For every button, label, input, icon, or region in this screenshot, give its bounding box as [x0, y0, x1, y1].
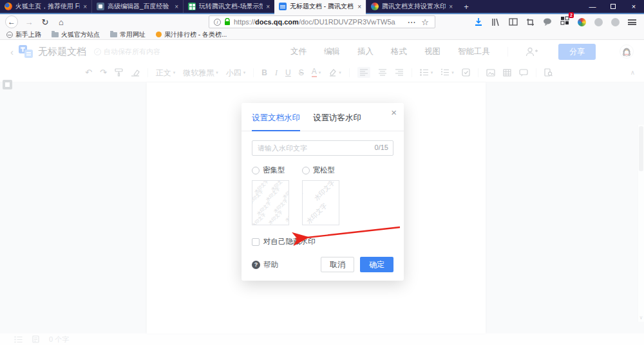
tab-visitor-watermark[interactable]: 设置访客水印: [313, 113, 361, 131]
radio-dense-label: 密集型: [263, 165, 285, 175]
screenshot-crop-icon[interactable]: [526, 18, 535, 26]
extension-icon: [560, 16, 569, 25]
url-text: https://docs.qq.com/doc/DU1RDUVZPR3VwTW5…: [234, 18, 403, 26]
site-info-icon[interactable]: i: [214, 19, 221, 26]
bookmark-firefox-official[interactable]: 火狐官方站点: [52, 30, 100, 39]
baidu-favicon-icon: [97, 3, 104, 10]
folder-icon: [52, 32, 59, 37]
tab-title: 高级编辑器_百度经验: [108, 2, 171, 11]
bookmark-common-sites[interactable]: 常用网址: [110, 30, 146, 39]
bookmark-label: 火狐官方站点: [61, 30, 100, 39]
minimize-button[interactable]: —: [582, 0, 603, 13]
radio-dense[interactable]: 密集型: [252, 165, 285, 175]
lock-icon: [224, 18, 231, 26]
browser-tab-docs-demo[interactable]: 玩转腾讯文档-场景示范 - 腾讯 ×: [183, 0, 274, 13]
close-tab-icon[interactable]: ×: [175, 3, 178, 10]
confirm-button[interactable]: 确定: [360, 257, 393, 272]
tab-title: 腾讯文档支持设置水印吗?: [382, 2, 446, 11]
char-counter: 0/15: [375, 144, 388, 151]
page-viewport: ‹ 无标题文档 ✓ 自动保存所有内容 文件 编辑 插入 格式 视图 智能工具 分…: [0, 40, 644, 345]
maximize-icon: [611, 4, 616, 9]
close-tab-icon[interactable]: ×: [83, 3, 87, 10]
dialog-footer: ? 帮助 取消 确定: [252, 257, 393, 272]
bookmark-label: 果汁排行榜 - 各类榜...: [164, 30, 227, 39]
extension-badge: 2: [569, 12, 574, 18]
bookmark-juice-ranking[interactable]: 果汁排行榜 - 各类榜...: [156, 30, 227, 39]
extension-button[interactable]: 2: [560, 16, 569, 28]
home-button[interactable]: ⌂: [56, 18, 66, 26]
bookmark-label: 新手上路: [15, 30, 41, 39]
browser-tab-firefox-home[interactable]: 火狐主页，推荐使用 Firefox 浏 ×: [0, 0, 91, 13]
account-icon[interactable]: [611, 18, 620, 26]
sidebar-icon[interactable]: [509, 18, 518, 26]
window-controls: — ×: [582, 0, 644, 13]
close-tab-icon[interactable]: ×: [449, 3, 453, 10]
radio-circle-icon[interactable]: [302, 167, 310, 174]
help-label: 帮助: [263, 260, 278, 270]
orange-favicon-icon: [156, 32, 162, 37]
close-tab-icon[interactable]: ×: [357, 3, 361, 10]
radio-loose[interactable]: 宽松型: [302, 165, 336, 175]
dialog-buttons: 取消 确定: [321, 257, 393, 272]
checkbox-icon[interactable]: [252, 238, 260, 246]
density-radio-group: 密集型 宽松型: [252, 165, 393, 175]
tab-doc-watermark[interactable]: 设置文档水印: [252, 113, 300, 131]
titlebar-spacer: [475, 0, 582, 13]
tab-title: 火狐主页，推荐使用 Firefox 浏: [15, 2, 80, 11]
extension-gray-icon[interactable]: [594, 18, 603, 26]
bookmark-label: 常用网址: [120, 30, 146, 39]
reload-button[interactable]: ↻: [40, 18, 50, 26]
dense-preview[interactable]: 水印文字水印文字水印文字水印文字水印文字水印文字水印文字水印文字水印文字水印文字: [252, 180, 289, 225]
bookmark-getting-started[interactable]: 新手上路: [6, 30, 41, 39]
help-link[interactable]: ? 帮助: [252, 260, 278, 270]
folder-icon: [110, 32, 117, 37]
doc-favicon-icon: [279, 3, 287, 10]
colorful-favicon-icon: [371, 3, 379, 10]
url-scheme: https://: [234, 18, 255, 26]
firefox-icon: [5, 3, 12, 10]
close-window-button[interactable]: ×: [623, 0, 644, 13]
question-mark-icon: ?: [252, 261, 260, 269]
close-tab-icon[interactable]: ×: [266, 3, 270, 10]
navigation-bar: ← → ↻ ⌂ i https://docs.qq.com/doc/DU1RDU…: [0, 14, 644, 30]
bookmark-star-icon[interactable]: ☆: [420, 18, 430, 26]
library-icon[interactable]: [491, 18, 500, 26]
url-bar[interactable]: i https://docs.qq.com/doc/DU1RDUVZPR3VwT…: [209, 15, 435, 28]
tab-title: 无标题文档 - 腾讯文档: [290, 2, 354, 11]
colorwheel-extension-icon[interactable]: [578, 18, 586, 26]
back-button[interactable]: ←: [5, 15, 18, 28]
watermark-settings-dialog: × 设置文档水印 设置访客水印 0/15 密集型 宽松型 水印文字水印文字水印文…: [242, 103, 404, 281]
radio-circle-icon[interactable]: [252, 167, 260, 174]
download-icon[interactable]: [474, 17, 483, 26]
hide-from-self-label: 对自己隐藏水印: [263, 237, 316, 247]
watermark-previews: 水印文字水印文字水印文字水印文字水印文字水印文字水印文字水印文字水印文字水印文字…: [252, 180, 393, 225]
globe-icon: [6, 32, 13, 38]
radio-loose-label: 宽松型: [313, 165, 336, 175]
loose-preview[interactable]: 水印文字水印文字水印文字: [302, 180, 339, 225]
sheet-favicon-icon: [188, 3, 196, 10]
page-actions-icon[interactable]: ⋯: [406, 18, 417, 26]
browser-window: 火狐主页，推荐使用 Firefox 浏 × 高级编辑器_百度经验 × 玩转腾讯文…: [0, 0, 644, 345]
hide-from-self-option[interactable]: 对自己隐藏水印: [252, 237, 393, 247]
tab-strip: 火狐主页，推荐使用 Firefox 浏 × 高级编辑器_百度经验 × 玩转腾讯文…: [0, 0, 644, 14]
cancel-button[interactable]: 取消: [321, 257, 354, 272]
toolbar-icons: 2: [474, 16, 639, 28]
url-host: docs.qq.com: [255, 18, 299, 26]
close-dialog-icon[interactable]: ×: [391, 107, 397, 117]
url-path: /doc/DU1RDUVZPR3VwTW5a: [299, 18, 395, 26]
browser-tab-watermark-question[interactable]: 腾讯文档支持设置水印吗? ×: [366, 0, 457, 13]
dialog-tabs: 设置文档水印 设置访客水印: [242, 103, 404, 131]
menu-hamburger-icon[interactable]: [628, 19, 636, 25]
browser-tab-active-doc[interactable]: 无标题文档 - 腾讯文档 ×: [274, 0, 366, 13]
watermark-text-row: 0/15: [252, 140, 393, 156]
maximize-button[interactable]: [603, 0, 623, 13]
watermark-text-input[interactable]: [252, 140, 393, 156]
browser-tab-baidu[interactable]: 高级编辑器_百度经验 ×: [91, 0, 183, 13]
tab-title: 玩转腾讯文档-场景示范 - 腾讯: [199, 2, 263, 11]
new-tab-button[interactable]: +: [457, 0, 475, 13]
forward-button[interactable]: →: [24, 18, 34, 26]
bookmarks-bar: 新手上路 火狐官方站点 常用网址 果汁排行榜 - 各类榜...: [0, 30, 644, 40]
pocket-chat-icon[interactable]: [543, 18, 552, 26]
